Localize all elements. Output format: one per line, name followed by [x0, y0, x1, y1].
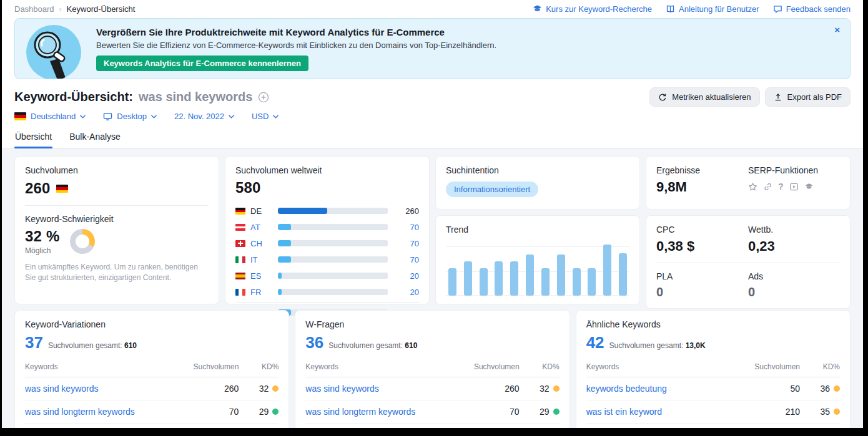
volume-bar — [278, 208, 327, 214]
w-questions-card: W-Fragen 36Suchvolumen gesamt: 610 Keywo… — [295, 310, 570, 428]
volume-bar-track — [278, 256, 388, 263]
country-volume-value[interactable]: 20 — [393, 271, 419, 281]
country-volume-list: DE 260 AT 70 CH 70 — [235, 203, 419, 321]
monitor-icon — [103, 112, 112, 121]
search-intent-label: Suchintention — [446, 165, 629, 175]
column-volume: Suchvolumen — [746, 362, 800, 371]
trend-card: Trend — [435, 215, 640, 305]
kd-donut — [70, 229, 95, 254]
date-filter[interactable]: 22. Nov. 2022 — [174, 112, 234, 121]
trend-bar — [464, 261, 472, 296]
volume-bar-track — [278, 208, 388, 214]
kd-dot — [834, 409, 840, 415]
keyword-link[interactable]: was sind longterm keywords — [305, 407, 465, 417]
keyword-link[interactable]: was sind longterm keywords — [25, 407, 185, 417]
search-volume-card: Suchvolumen 260 Keyword-Schwierigkeit 32… — [14, 156, 219, 304]
it-flag-icon — [235, 256, 245, 263]
trend-bar — [448, 268, 456, 296]
es-flag-icon — [235, 273, 245, 279]
competition-label: Wettb. — [748, 225, 840, 235]
keyword-link[interactable]: was sind keywords — [25, 384, 185, 394]
country-volume-row: DE 260 — [235, 203, 419, 219]
breadcrumb-dashboard-link[interactable]: Dashboard — [14, 4, 54, 14]
total-volume-label: Suchvolumen gesamt: — [609, 341, 684, 350]
country-volume-value[interactable]: 70 — [393, 255, 419, 264]
user-guide-link[interactable]: Anleitung für Benutzer — [666, 4, 759, 14]
kd-cell: 32 — [520, 384, 560, 394]
keyword-link[interactable]: keywords bedeutung — [586, 384, 746, 394]
trend-bar — [619, 253, 627, 296]
volume-bar-track — [278, 289, 388, 295]
tab-bulk-analyse[interactable]: Bulk-Analyse — [69, 127, 121, 148]
country-volume-value[interactable]: 20 — [393, 288, 419, 297]
table-title: W-Fragen — [305, 319, 559, 329]
ads-value: 0 — [748, 285, 840, 299]
keyword-research-course-link[interactable]: Kurs zur Keyword-Recherche — [533, 4, 652, 14]
worldwide-volume-label: Suchvolumen weltweit — [235, 165, 419, 175]
table-title: Ähnliche Keywords — [586, 319, 840, 329]
table-header: Keywords Suchvolumen KD% — [586, 362, 840, 377]
cpc-value: 0,38 $ — [656, 238, 748, 254]
column-keywords: Keywords — [25, 362, 185, 371]
refresh-metrics-button[interactable]: Metriken aktualisieren — [649, 87, 759, 107]
banner-close-icon[interactable]: × — [834, 25, 840, 34]
competition-value: 0,23 — [748, 238, 840, 254]
keyword-variations-card: Keyword-Variationen 37Suchvolumen gesamt… — [14, 310, 289, 428]
country-volume-value[interactable]: 70 — [393, 239, 419, 248]
country-code[interactable]: ES — [250, 271, 273, 281]
volume-bar — [278, 240, 291, 246]
country-code[interactable]: AT — [250, 223, 273, 232]
tab-uebersicht[interactable]: Übersicht — [14, 127, 52, 148]
divider — [25, 205, 209, 206]
user-guide-book-icon — [666, 4, 675, 14]
table-header: Keywords Suchvolumen KD% — [305, 362, 559, 377]
cpc-label: CPC — [656, 225, 748, 235]
page-header: Keyword-Übersicht: was sind keywords Met… — [2, 84, 863, 108]
column-kd: KD% — [239, 362, 279, 371]
banner-title: Vergrößern Sie Ihre Produktreichweite mi… — [96, 27, 496, 37]
volume-cell: 260 — [185, 384, 239, 394]
link-icon — [763, 182, 772, 191]
device-filter[interactable]: Desktop — [103, 112, 157, 121]
country-code[interactable]: FR — [250, 288, 273, 297]
column-kd: KD% — [520, 362, 560, 371]
country-code[interactable]: CH — [250, 239, 273, 248]
intent-badge[interactable]: Informationsorientiert — [446, 182, 538, 197]
table-row: was sind longterm keywords 70 29 — [305, 400, 559, 424]
star-icon — [748, 182, 757, 191]
worldwide-volume-total: 580 — [235, 179, 419, 196]
search-volume-label: Suchvolumen — [25, 165, 209, 175]
plus-circle-icon[interactable] — [258, 92, 269, 103]
volume-bar — [278, 256, 291, 263]
country-volume-row: CH 70 — [235, 235, 419, 251]
keyword-difficulty-label: Keyword-Schwierigkeit — [25, 214, 209, 224]
keyword-link[interactable]: was ist ein keyword — [586, 407, 746, 417]
volume-cell: 260 — [466, 384, 520, 394]
tab-bar: Übersicht Bulk-Analyse — [2, 127, 863, 148]
export-icon — [774, 93, 782, 102]
trend-bar — [588, 268, 596, 296]
table-row: was sind keywords 260 32 — [25, 377, 279, 400]
country-volume-row: AT 70 — [235, 219, 419, 235]
breadcrumb-current: Keyword-Übersicht — [67, 4, 136, 14]
worldwide-volume-card: Suchvolumen weltweit 580 DE 260 AT 70 — [225, 156, 430, 304]
export-pdf-button[interactable]: Export als PDF — [765, 87, 851, 107]
chevron-down-icon — [273, 115, 279, 119]
results-serp-card: Ergebnisse 9,8M SERP-Funktionen ? — [646, 156, 851, 210]
country-filter[interactable]: Deutschland — [14, 112, 86, 121]
kd-cell: 32 — [239, 384, 279, 394]
ecommerce-cta-button[interactable]: Keywords Analytics für E-Commerce kennen… — [96, 56, 308, 71]
results-label: Ergebnisse — [656, 165, 748, 175]
volume-bar — [278, 273, 282, 279]
keyword-difficulty-level: Möglich — [25, 246, 60, 255]
currency-filter[interactable]: USD — [252, 112, 279, 121]
page-title: Keyword-Übersicht: — [14, 90, 133, 104]
country-volume-value[interactable]: 70 — [393, 223, 419, 232]
filter-bar: Deutschland Desktop 22. Nov. 2022 USD — [2, 108, 863, 127]
keyword-link[interactable]: was sind keywords — [305, 384, 465, 394]
total-volume-value: 610 — [124, 341, 137, 350]
send-feedback-link[interactable]: Feedback senden — [773, 4, 851, 14]
total-volume-value: 610 — [405, 341, 417, 350]
country-code[interactable]: IT — [250, 255, 273, 264]
trend-bar — [495, 261, 503, 296]
